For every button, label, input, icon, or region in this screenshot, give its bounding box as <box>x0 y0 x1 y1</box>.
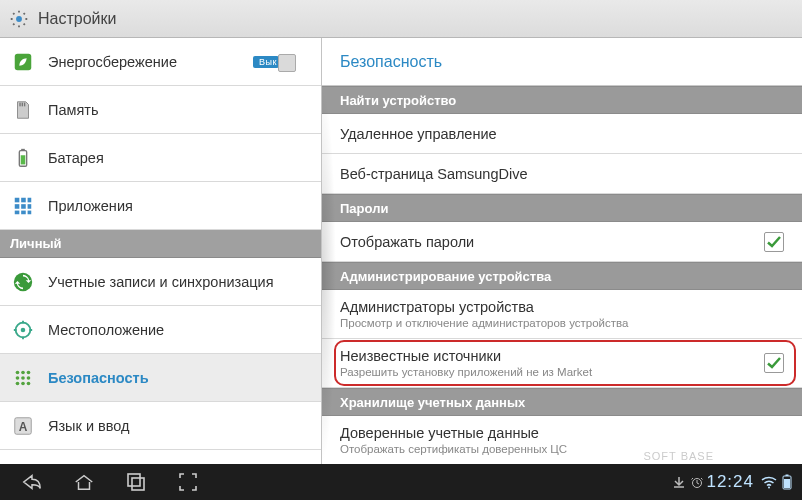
download-icon <box>670 467 688 497</box>
settings-gear-icon <box>8 8 30 30</box>
svg-rect-2 <box>19 102 20 106</box>
item-trusted-creds[interactable]: Доверенные учетные данные Отображать сер… <box>322 416 802 464</box>
recent-apps-button[interactable] <box>110 467 162 497</box>
sidebar-item-backup[interactable]: Резервное копирование и сброс <box>0 450 321 464</box>
svg-point-22 <box>27 370 31 374</box>
svg-rect-14 <box>15 210 20 214</box>
item-title: Доверенные учетные данные <box>340 425 784 441</box>
checkbox-checked-icon[interactable] <box>764 353 784 373</box>
svg-point-25 <box>27 376 31 380</box>
item-subtitle: Разрешить установку приложений не из Mar… <box>340 366 764 378</box>
svg-point-21 <box>21 370 25 374</box>
item-unknown-sources[interactable]: Неизвестные источники Разрешить установк… <box>322 339 802 388</box>
sidebar-item-storage[interactable]: Память <box>0 86 321 134</box>
sync-icon <box>10 269 36 295</box>
keyboard-letter-icon: A <box>10 413 36 439</box>
apps-grid-icon <box>10 193 36 219</box>
titlebar-title: Настройки <box>38 10 116 28</box>
svg-point-28 <box>27 381 31 385</box>
sidebar-label: Учетные записи и синхронизация <box>48 274 311 290</box>
section-passwords: Пароли <box>322 194 802 222</box>
item-title: Отображать пароли <box>340 234 764 250</box>
sidebar: Энергосбережение Вык Память Батарея <box>0 38 322 464</box>
svg-point-24 <box>21 376 25 380</box>
system-navbar: 12:24 <box>0 464 802 500</box>
back-button[interactable] <box>6 467 58 497</box>
svg-point-35 <box>768 487 770 489</box>
screenshot-button[interactable] <box>162 467 214 497</box>
section-credential-store: Хранилище учетных данных <box>322 388 802 416</box>
svg-rect-15 <box>21 210 26 214</box>
svg-point-20 <box>16 370 20 374</box>
checkbox-checked-icon[interactable] <box>764 232 784 252</box>
svg-rect-4 <box>24 102 25 106</box>
sidebar-label: Язык и ввод <box>48 418 311 434</box>
item-subtitle: Отображать сертификаты доверенных ЦС <box>340 443 784 455</box>
svg-point-26 <box>16 381 20 385</box>
item-title: Удаленное управление <box>340 126 784 142</box>
item-title: Веб-страница SamsungDive <box>340 166 784 182</box>
svg-rect-10 <box>28 197 32 202</box>
sidebar-label: Память <box>48 102 311 118</box>
sidebar-item-location[interactable]: Местоположение <box>0 306 321 354</box>
detail-pane: Безопасность Найти устройство Удаленное … <box>322 38 802 464</box>
svg-rect-16 <box>28 210 32 214</box>
sidebar-item-energy[interactable]: Энергосбережение Вык <box>0 38 321 86</box>
svg-point-27 <box>21 381 25 385</box>
detail-scroll[interactable]: Найти устройство Удаленное управление Ве… <box>322 86 802 464</box>
item-device-admins[interactable]: Администраторы устройства Просмотр и отк… <box>322 290 802 339</box>
svg-rect-6 <box>21 148 25 150</box>
item-remote-control[interactable]: Удаленное управление <box>322 114 802 154</box>
sidebar-label: Батарея <box>48 150 311 166</box>
home-button[interactable] <box>58 467 110 497</box>
sidebar-item-accounts[interactable]: Учетные записи и синхронизация <box>0 258 321 306</box>
sidebar-item-battery[interactable]: Батарея <box>0 134 321 182</box>
svg-rect-38 <box>784 479 790 488</box>
svg-point-19 <box>21 327 26 332</box>
sidebar-label: Приложения <box>48 198 311 214</box>
screen: Настройки Энергосбережение Вык Память <box>0 0 802 500</box>
battery-icon <box>10 145 36 171</box>
detail-title: Безопасность <box>322 38 802 86</box>
alarm-icon <box>688 467 706 497</box>
location-icon <box>10 317 36 343</box>
svg-text:A: A <box>19 419 28 433</box>
svg-rect-12 <box>21 204 26 209</box>
svg-rect-11 <box>15 204 20 209</box>
svg-rect-7 <box>21 155 26 164</box>
svg-rect-13 <box>28 204 32 209</box>
battery-status-icon <box>778 467 796 497</box>
svg-point-23 <box>16 376 20 380</box>
sidebar-label: Местоположение <box>48 322 311 338</box>
toggle-off-text: Вык <box>253 56 279 68</box>
titlebar: Настройки <box>0 0 802 38</box>
leaf-icon <box>10 49 36 75</box>
sidebar-label: Безопасность <box>48 370 311 386</box>
item-title: Администраторы устройства <box>340 299 784 315</box>
sidebar-group-personal: Личный <box>0 230 321 258</box>
svg-point-0 <box>16 16 22 22</box>
sidebar-item-apps[interactable]: Приложения <box>0 182 321 230</box>
item-show-passwords[interactable]: Отображать пароли <box>322 222 802 262</box>
svg-rect-9 <box>21 197 26 202</box>
section-device-admin: Администрирование устройства <box>322 262 802 290</box>
svg-rect-8 <box>15 197 20 202</box>
wifi-icon <box>760 467 778 497</box>
sdcard-icon <box>10 97 36 123</box>
svg-rect-37 <box>786 475 789 477</box>
item-samsungdive[interactable]: Веб-страница SamsungDive <box>322 154 802 194</box>
clock[interactable]: 12:24 <box>706 472 754 492</box>
item-subtitle: Просмотр и отключение администраторов ус… <box>340 317 784 329</box>
sidebar-item-security[interactable]: Безопасность <box>0 354 321 402</box>
svg-rect-33 <box>132 478 144 490</box>
section-find-device: Найти устройство <box>322 86 802 114</box>
energy-toggle[interactable]: Вык <box>253 56 307 68</box>
sidebar-item-language[interactable]: A Язык и ввод <box>0 402 321 450</box>
svg-rect-32 <box>128 474 140 486</box>
security-grid-icon <box>10 365 36 391</box>
item-title: Неизвестные источники <box>340 348 764 364</box>
sidebar-label: Энергосбережение <box>48 54 253 70</box>
svg-rect-3 <box>22 102 23 106</box>
